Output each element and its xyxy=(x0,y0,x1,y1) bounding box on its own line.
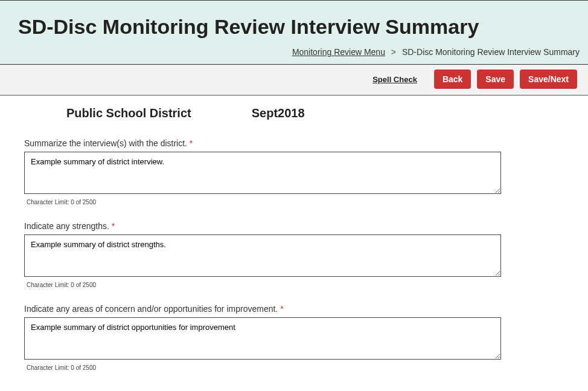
back-button[interactable]: Back xyxy=(434,69,471,89)
concerns-textarea[interactable] xyxy=(24,317,501,360)
breadcrumb: Monitoring Review Menu > SD-Disc Monitor… xyxy=(18,47,580,57)
spell-check-link[interactable]: Spell Check xyxy=(372,75,417,84)
header-band: SD-Disc Monitoring Review Interview Summ… xyxy=(0,0,588,65)
summary-textarea[interactable] xyxy=(24,152,501,194)
label-text: Summarize the interview(s) with the dist… xyxy=(24,138,187,148)
required-marker: * xyxy=(190,138,193,148)
district-name: Public School District xyxy=(66,106,191,120)
breadcrumb-link-monitoring-review-menu[interactable]: Monitoring Review Menu xyxy=(292,47,385,57)
label-text: Indicate any areas of concern and/or opp… xyxy=(24,304,278,314)
field-summary-label: Summarize the interview(s) with the dist… xyxy=(24,138,564,148)
concerns-char-limit: Character Limit: 0 of 2500 xyxy=(27,364,564,371)
strengths-char-limit: Character Limit: 0 of 2500 xyxy=(27,282,564,288)
breadcrumb-current: SD-Disc Monitoring Review Interview Summ… xyxy=(402,47,580,57)
breadcrumb-separator: > xyxy=(391,47,396,57)
page-title: SD-Disc Monitoring Review Interview Summ… xyxy=(18,15,580,39)
save-next-button[interactable]: Save/Next xyxy=(520,69,577,89)
save-button[interactable]: Save xyxy=(477,69,514,89)
field-concerns: Indicate any areas of concern and/or opp… xyxy=(24,304,564,371)
label-text: Indicate any strengths. xyxy=(24,221,109,231)
field-strengths: Indicate any strengths. * Character Limi… xyxy=(24,221,564,288)
content-area: Public School District Sept2018 Summariz… xyxy=(0,95,588,391)
field-summary: Summarize the interview(s) with the dist… xyxy=(24,138,564,205)
required-marker: * xyxy=(112,221,115,231)
strengths-textarea[interactable] xyxy=(24,234,501,277)
meta-row: Public School District Sept2018 xyxy=(24,106,564,120)
period-label: Sept2018 xyxy=(252,106,305,120)
required-marker: * xyxy=(280,304,283,314)
toolbar: Spell Check Back Save Save/Next xyxy=(0,65,588,95)
summary-char-limit: Character Limit: 0 of 2500 xyxy=(27,199,564,205)
field-concerns-label: Indicate any areas of concern and/or opp… xyxy=(24,304,564,314)
field-strengths-label: Indicate any strengths. * xyxy=(24,221,564,231)
